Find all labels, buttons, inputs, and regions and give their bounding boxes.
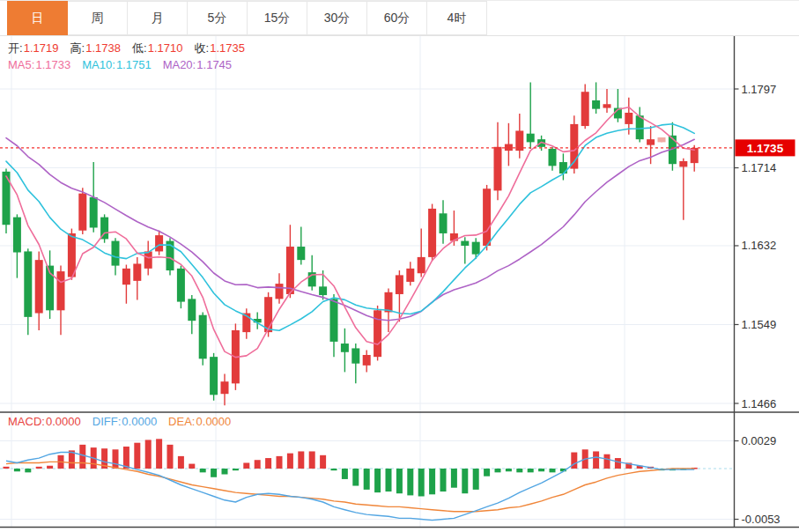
legend-ohlc-item: 高: 1.1738 bbox=[70, 41, 120, 55]
macd-axis-labels: 0.0029-0.0053 bbox=[735, 434, 781, 526]
candle-body-35 bbox=[385, 292, 393, 313]
macd-histogram bbox=[4, 439, 698, 496]
macd-bar bbox=[440, 469, 447, 491]
trading-chart-app: 日周月5分15分30分60分4时 开: 1.1719高: 1.1738低: 1.… bbox=[0, 0, 799, 532]
candle-body-43 bbox=[472, 242, 480, 255]
price-tick-label: 1.1797 bbox=[742, 83, 777, 96]
candle-body-45 bbox=[494, 147, 502, 191]
tab-timeframe-5[interactable]: 30分 bbox=[307, 1, 367, 35]
candle-body-12 bbox=[133, 263, 141, 280]
macd-bar bbox=[342, 469, 348, 479]
macd-legend: MACD: 0.0000DIFF: 0.0000DEA: 0.0000 bbox=[8, 415, 242, 428]
macd-bar bbox=[222, 469, 228, 475]
candle-body-55 bbox=[603, 104, 611, 107]
tab-label: 5分 bbox=[208, 11, 227, 26]
macd-bar bbox=[211, 469, 217, 477]
candle-body-59 bbox=[647, 139, 655, 144]
macd-bar bbox=[200, 469, 206, 472]
macd-bar bbox=[451, 469, 457, 488]
ma10-line bbox=[6, 124, 694, 330]
candle-body-53 bbox=[581, 92, 589, 126]
tab-timeframe-4[interactable]: 15分 bbox=[247, 1, 307, 35]
tab-timeframe-7[interactable]: 4时 bbox=[426, 1, 487, 35]
candle-body-18 bbox=[199, 315, 207, 359]
macd-tick-label: 0.0029 bbox=[742, 434, 777, 447]
macd-bar bbox=[396, 469, 403, 493]
candle-body-30 bbox=[330, 299, 338, 342]
candle-body-2 bbox=[24, 251, 32, 316]
price-tick-label: 1.1466 bbox=[742, 397, 777, 410]
candle-body-36 bbox=[396, 275, 403, 294]
candle-body-40 bbox=[440, 213, 448, 233]
macd-bar bbox=[495, 469, 501, 472]
candle-body-39 bbox=[428, 209, 436, 257]
macd-bar bbox=[287, 454, 293, 469]
candle-body-20 bbox=[221, 381, 229, 394]
tab-timeframe-1[interactable]: 周 bbox=[67, 1, 128, 35]
candle-body-14 bbox=[155, 235, 163, 251]
macd-bar bbox=[429, 469, 435, 494]
candle-body-7 bbox=[78, 194, 86, 231]
candle-body-60 bbox=[658, 137, 666, 142]
ma-legend: MA5: 1.1733MA10: 1.1751MA20: 1.1745 bbox=[8, 58, 243, 71]
macd-bar bbox=[233, 469, 239, 470]
ohlc-legend: 开: 1.1719高: 1.1738低: 1.1710收: 1.1735 bbox=[8, 41, 256, 56]
macd-bar bbox=[462, 469, 468, 493]
macd-bar bbox=[550, 469, 556, 472]
legend-macd-item: DEA: 0.0000 bbox=[168, 415, 231, 428]
macd-bar bbox=[134, 443, 140, 469]
candle-body-3 bbox=[35, 260, 43, 313]
price-axis-labels: 1.17971.17141.16321.15491.1466 bbox=[735, 83, 777, 410]
candlestick-chart[interactable]: 1.17971.17141.16321.15491.14660.0029-0.0… bbox=[0, 35, 799, 532]
tab-label: 月 bbox=[152, 11, 164, 26]
macd-bar bbox=[255, 460, 261, 469]
macd-bar bbox=[571, 453, 577, 469]
candle-body-62 bbox=[679, 161, 687, 166]
candle-body-42 bbox=[461, 241, 469, 246]
ma5-line bbox=[6, 107, 694, 358]
timeframe-tabs: 日周月5分15分30分60分4时 bbox=[0, 0, 799, 36]
macd-bar bbox=[156, 439, 162, 469]
candle-body-5 bbox=[57, 271, 65, 310]
macd-bar bbox=[331, 469, 337, 470]
tab-label: 4时 bbox=[448, 11, 467, 26]
candle-body-10 bbox=[112, 241, 120, 266]
legend-ohlc-item: 收: 1.1735 bbox=[194, 41, 244, 55]
tab-label: 60分 bbox=[384, 11, 411, 26]
macd-bar bbox=[36, 467, 42, 469]
macd-bar bbox=[506, 469, 512, 471]
macd-bar bbox=[309, 451, 315, 469]
tab-label: 15分 bbox=[264, 11, 291, 26]
tab-timeframe-0[interactable]: 日 bbox=[7, 1, 68, 35]
candle-body-33 bbox=[363, 355, 371, 366]
macd-bar bbox=[352, 469, 359, 486]
macd-bar bbox=[593, 451, 599, 469]
tab-timeframe-6[interactable]: 60分 bbox=[366, 1, 427, 35]
tab-timeframe-3[interactable]: 5分 bbox=[187, 1, 248, 35]
macd-bar bbox=[79, 445, 85, 469]
candle-body-1 bbox=[13, 218, 21, 253]
macd-bar bbox=[516, 469, 522, 472]
macd-bar bbox=[113, 449, 119, 469]
candle-body-8 bbox=[90, 197, 98, 228]
candle-body-31 bbox=[341, 344, 349, 352]
macd-bar bbox=[386, 469, 392, 491]
candle-body-50 bbox=[549, 149, 557, 166]
candles-layer bbox=[3, 82, 699, 405]
tab-label: 日 bbox=[32, 11, 44, 26]
tab-timeframe-2[interactable]: 月 bbox=[127, 1, 188, 35]
candle-body-58 bbox=[636, 115, 644, 139]
candle-body-57 bbox=[625, 113, 633, 124]
price-tick-label: 1.1632 bbox=[742, 239, 777, 252]
macd-bar bbox=[14, 469, 20, 471]
candle-body-26 bbox=[286, 247, 294, 294]
macd-bar bbox=[265, 458, 271, 469]
tab-label: 30分 bbox=[324, 11, 351, 26]
macd-bar bbox=[418, 469, 425, 496]
macd-bar bbox=[320, 455, 326, 469]
tab-label: 周 bbox=[92, 11, 104, 26]
legend-macd-item: DIFF: 0.0000 bbox=[92, 415, 157, 428]
candle-body-19 bbox=[210, 357, 218, 395]
macd-bar bbox=[604, 454, 610, 469]
macd-bar bbox=[47, 466, 53, 469]
